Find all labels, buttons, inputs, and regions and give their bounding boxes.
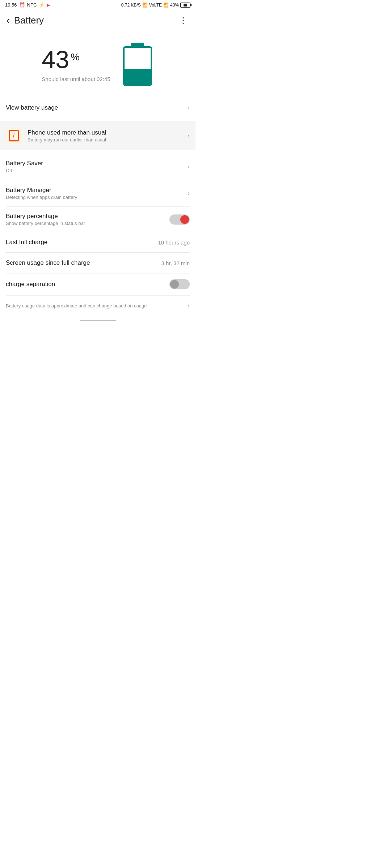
header-left: ‹ Battery	[4, 13, 44, 28]
alert-title: Phone used more than usual	[28, 129, 182, 136]
footer-note-text: Battery usage data is approximate and ca…	[6, 303, 188, 309]
battery-percent-display: 43 %	[42, 47, 80, 72]
view-battery-usage-item[interactable]: View battery usage ›	[0, 97, 196, 118]
last-full-charge-item: Last full charge 10 hours ago	[0, 232, 196, 252]
back-button[interactable]: ‹	[4, 13, 13, 28]
battery-percentage-toggle[interactable]	[169, 214, 190, 225]
charge-separation-toggle[interactable]	[169, 279, 190, 289]
wifi-icon: 📶	[142, 3, 148, 8]
bottom-bar	[0, 316, 196, 325]
chevron-icon-view-battery: ›	[188, 104, 190, 111]
battery-percent-symbol: %	[71, 52, 80, 62]
status-bar: 19:56 ⏰ NFC ⚡ ▶ 0.72 KB/S 📶 VoLTE 📶 43%	[0, 0, 196, 9]
battery-saver-sub: Off	[6, 168, 43, 173]
battery-icon-large	[121, 43, 154, 86]
battery-percentage-item[interactable]: Battery percentage Show battery percenta…	[0, 207, 196, 232]
network-speed: 0.72 KB/S	[121, 3, 141, 8]
alert-text-block: Phone used more than usual Battery may r…	[28, 129, 182, 142]
footer-note-item[interactable]: Battery usage data is approximate and ca…	[0, 295, 196, 316]
volte-label: VoLTE	[149, 3, 162, 8]
status-right: 0.72 KB/S 📶 VoLTE 📶 43%	[121, 3, 190, 8]
battery-icon-status	[180, 3, 190, 8]
battery-percent-number: 43	[42, 47, 69, 72]
screen-usage-value: 3 hr, 32 min	[161, 260, 190, 266]
last-full-charge-label: Last full charge	[6, 239, 47, 246]
toggle-knob-battery-pct	[180, 215, 189, 224]
alert-icon	[9, 130, 19, 141]
battery-estimate: Should last until about 02:45	[42, 76, 110, 82]
battery-gauge-section: 43 % Should last until about 02:45	[0, 32, 196, 97]
battery-fill	[125, 69, 151, 85]
battery-percentage-title: Battery percentage	[6, 213, 85, 220]
alert-subtitle: Battery may run out earlier than usual	[28, 137, 182, 142]
battery-manager-sub: Detecting when apps drain battery	[6, 195, 77, 200]
battery-manager-item[interactable]: Battery Manager Detecting when apps drai…	[0, 180, 196, 207]
screen-usage-item: Screen usage since full charge 3 hr, 32 …	[0, 253, 196, 273]
charge-separation-text: charge separation	[6, 281, 55, 288]
last-full-charge-value: 10 hours ago	[158, 239, 190, 246]
page-title: Battery	[14, 15, 44, 26]
alarm-icon: ⏰	[19, 2, 25, 8]
divider-2	[6, 118, 190, 118]
chevron-icon-footer: ›	[188, 302, 190, 310]
battery-manager-title: Battery Manager	[6, 187, 77, 194]
more-options-button[interactable]: ⋮	[177, 13, 190, 28]
battery-saver-item[interactable]: Battery Saver Off ›	[0, 153, 196, 180]
screen-usage-label: Screen usage since full charge	[6, 259, 90, 267]
battery-info: 43 % Should last until about 02:45	[42, 47, 110, 82]
battery-saver-title: Battery Saver	[6, 160, 43, 167]
chevron-icon-battery-manager: ›	[188, 190, 190, 197]
bottom-pill	[80, 320, 116, 321]
battery-alert-card[interactable]: Phone used more than usual Battery may r…	[0, 121, 196, 150]
chevron-icon-alert: ›	[188, 132, 190, 140]
toggle-knob-charge-sep	[170, 280, 179, 289]
chevron-icon-battery-saver: ›	[188, 163, 190, 170]
battery-saver-text: Battery Saver Off	[6, 160, 43, 173]
page-header: ‹ Battery ⋮	[0, 9, 196, 32]
nfc-label: NFC	[27, 2, 37, 8]
signal-icon: 📶	[163, 3, 169, 8]
status-time: 19:56	[5, 2, 17, 8]
charge-separation-item[interactable]: charge separation	[0, 273, 196, 295]
view-battery-usage-title: View battery usage	[6, 104, 58, 111]
battery-percentage-sub: Show battery percentage in status bar	[6, 221, 85, 226]
bluetooth-icon: ⚡	[39, 2, 45, 8]
youtube-icon: ▶	[47, 3, 50, 8]
charge-separation-title: charge separation	[6, 281, 55, 288]
view-battery-usage-text: View battery usage	[6, 104, 58, 111]
status-left: 19:56 ⏰ NFC ⚡ ▶	[5, 2, 50, 8]
battery-white-area	[127, 51, 148, 66]
battery-manager-text: Battery Manager Detecting when apps drai…	[6, 187, 77, 200]
battery-body	[123, 46, 152, 86]
alert-icon-wrap	[6, 128, 22, 144]
battery-percentage-text: Battery percentage Show battery percenta…	[6, 213, 85, 226]
battery-pct-label: 43%	[170, 3, 179, 8]
